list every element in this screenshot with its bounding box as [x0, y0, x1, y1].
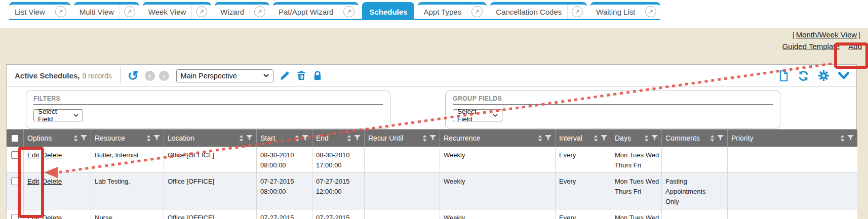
column-header-start[interactable]: Start [256, 129, 312, 147]
tab-multi-view[interactable]: Multi View ↗ [74, 2, 139, 19]
cell-end: 08-30-2010 17:00:00 [312, 147, 364, 172]
filter-icon[interactable] [651, 135, 658, 141]
sort-icon[interactable] [710, 135, 715, 142]
cell-days: Mon Tues Wed Thurs Fri [611, 173, 661, 209]
tab-schedules[interactable]: Schedules [362, 2, 414, 19]
column-header-select-all[interactable] [7, 129, 23, 147]
perspective-select[interactable]: Main Perspective [176, 69, 273, 82]
sort-icon[interactable] [73, 135, 78, 142]
next-perspective-icon[interactable]: › [159, 71, 169, 81]
cell-comments [661, 147, 727, 172]
tab-appt-types[interactable]: Appt Types ↗ [418, 2, 487, 19]
cell-resource: Nurse, [91, 209, 164, 219]
sort-icon[interactable] [295, 135, 299, 142]
cell-options: EditDelete [23, 173, 91, 209]
filter-icon[interactable] [847, 135, 854, 141]
checkbox-cell [7, 209, 23, 219]
row-checkbox[interactable] [11, 214, 19, 219]
column-header-comments[interactable]: Comments [661, 129, 727, 147]
external-link-icon[interactable]: ↗ [191, 5, 211, 19]
sort-icon[interactable] [146, 135, 151, 142]
filter-icon[interactable] [354, 135, 361, 141]
add-link[interactable]: Add [848, 42, 862, 51]
external-link-icon[interactable]: ↗ [339, 5, 359, 19]
edit-link[interactable]: Edit [27, 151, 39, 159]
filter-icon[interactable] [601, 135, 607, 141]
select-chevron-icon [493, 114, 498, 117]
toolbar-right-icons [778, 70, 849, 81]
sort-icon[interactable] [422, 135, 427, 142]
row-checkbox[interactable] [11, 178, 19, 185]
chevron-down-icon[interactable] [838, 72, 849, 80]
column-header-location[interactable]: Location [164, 129, 256, 147]
external-link-icon[interactable]: ↗ [567, 5, 587, 19]
filter-icon[interactable] [246, 135, 253, 141]
cell-priority [727, 147, 857, 172]
sort-icon[interactable] [347, 135, 351, 142]
cell-options: EditDelete [23, 209, 91, 219]
tab-wizard[interactable]: Wizard ↗ [215, 2, 269, 19]
table-row: EditDelete Butler, Internist Office [OFF… [7, 147, 857, 173]
lock-icon[interactable] [312, 70, 323, 81]
tab-cancellation-codes[interactable]: Cancellation Codes ↗ [490, 2, 587, 19]
column-header-days[interactable]: Days [611, 129, 661, 147]
select-all-checkbox[interactable] [12, 135, 18, 142]
tab-week-view[interactable]: Week View ↗ [143, 2, 211, 19]
filter-icon[interactable] [717, 135, 724, 141]
prev-perspective-icon[interactable]: ‹ [145, 71, 155, 81]
cell-start: 08-30-2010 08:00:00 [256, 147, 312, 172]
sort-icon[interactable] [239, 135, 244, 142]
trash-icon[interactable] [296, 70, 306, 81]
tab-bar: List View ↗ Multi View ↗ Week View ↗ Wiz… [9, 2, 660, 20]
cell-recur-until [364, 209, 440, 219]
month-week-view-link[interactable]: Month/Week View [796, 30, 857, 39]
delete-link[interactable]: Delete [42, 178, 62, 185]
delete-link[interactable]: Delete [42, 151, 62, 159]
external-link-icon[interactable]: ↗ [250, 5, 269, 19]
column-header-recurrence[interactable]: Recurrence [440, 129, 555, 147]
edit-link[interactable]: Edit [27, 178, 39, 185]
row-checkbox[interactable] [11, 151, 19, 159]
cell-end: 07-27-2015 17:00:00 [312, 209, 364, 219]
column-header-recur-until[interactable]: Recur Until [364, 129, 440, 147]
cell-recurrence: Weekly [440, 209, 555, 219]
tab-list-view[interactable]: List View ↗ [9, 2, 70, 19]
sort-icon[interactable] [644, 135, 649, 142]
filters-panel: FILTERS Select Field [26, 91, 390, 128]
sort-icon[interactable] [840, 135, 845, 142]
external-link-icon[interactable]: ↗ [120, 5, 139, 19]
sort-icon[interactable] [538, 135, 542, 142]
tab-pat-appt-wizard[interactable]: Pat/Appt Wizard ↗ [273, 2, 359, 19]
filter-icon[interactable] [429, 135, 436, 141]
column-header-priority[interactable]: Priority [727, 129, 857, 147]
filter-icon[interactable] [81, 135, 87, 141]
cell-recur-until [364, 173, 440, 209]
cell-interval: Every [555, 173, 611, 209]
cell-priority [727, 173, 857, 209]
cell-interval: Every [555, 147, 611, 172]
column-header-end[interactable]: End [312, 129, 364, 147]
new-document-icon[interactable] [778, 70, 788, 81]
delete-link[interactable]: Delete [42, 214, 62, 219]
filter-icon[interactable] [302, 135, 308, 141]
sort-icon[interactable] [594, 135, 598, 142]
filters-field-select[interactable]: Select Field [33, 109, 83, 121]
refresh-icon[interactable] [798, 70, 809, 81]
group-fields-select[interactable]: Select Field [453, 109, 502, 121]
edit-pencil-icon[interactable] [280, 70, 290, 81]
filter-icon[interactable] [153, 135, 160, 141]
filter-icon[interactable] [545, 135, 551, 141]
undo-icon[interactable]: ↺ [128, 71, 139, 81]
external-link-icon[interactable]: ↗ [641, 5, 660, 19]
external-link-icon[interactable]: ↗ [51, 5, 70, 19]
checkbox-cell [7, 173, 23, 209]
edit-link[interactable]: Edit [27, 214, 39, 219]
checkbox-cell [7, 147, 23, 172]
tab-waiting-list[interactable]: Waiting List ↗ [590, 2, 660, 19]
guided-template-link[interactable]: Guided Template [782, 42, 840, 51]
column-header-resource[interactable]: Resource [91, 129, 164, 147]
external-link-icon[interactable]: ↗ [467, 5, 487, 19]
gear-icon[interactable] [818, 70, 829, 81]
column-header-options[interactable]: Options [23, 129, 91, 147]
column-header-interval[interactable]: Interval [555, 129, 611, 147]
